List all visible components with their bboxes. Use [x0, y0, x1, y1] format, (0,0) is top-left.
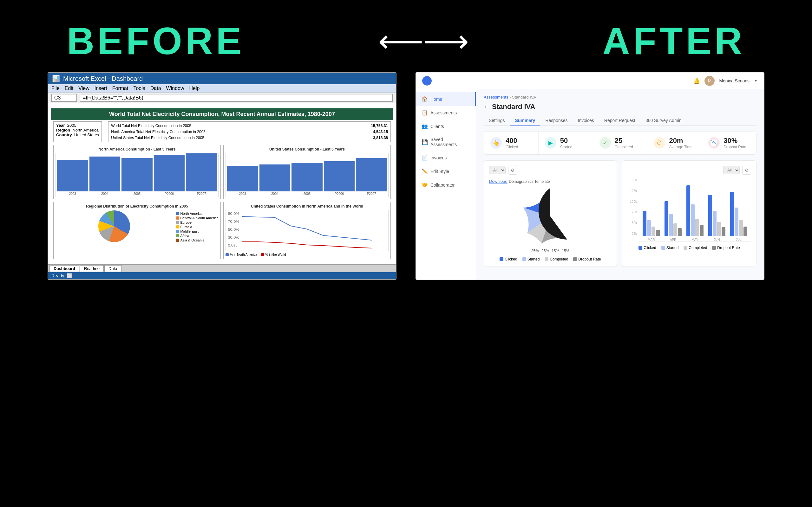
excel-tabs: Dashboard Readme Data	[48, 264, 396, 272]
demographics-label: Demographics Template	[509, 179, 550, 184]
tab-360-survey-admin[interactable]: 360 Survey Admin	[641, 115, 687, 126]
info-left: Year 2005 Region North America Country U…	[53, 121, 102, 142]
svg-text:50.0%: 50.0%	[228, 228, 239, 231]
stat-dropout-label: Dropout Rate	[723, 145, 746, 149]
sidebar-item-assessments[interactable]: 📋 Assessments	[416, 106, 476, 119]
bar-legend-clicked: Clicked	[644, 245, 656, 250]
notification-bell-icon[interactable]: 🔔	[693, 77, 700, 84]
download-link[interactable]: Download	[489, 179, 507, 184]
pie-svg	[522, 188, 579, 245]
tab-invoices[interactable]: Invoices	[572, 115, 599, 126]
bar-x-label-jul: JUL	[736, 238, 742, 241]
menu-help[interactable]: Help	[189, 86, 200, 91]
completed-icon: ✓	[600, 137, 611, 149]
stats-row: 👆 400 Clicked ▶ 50 Started	[484, 131, 757, 155]
tab-dashboard[interactable]: Dashboard	[49, 265, 79, 272]
formula-content[interactable]: =IF(Data!B6="","",Data!B6)	[80, 94, 393, 102]
chart-north-america: North America Consumption - Last 5 Years…	[53, 145, 221, 199]
back-arrow-icon[interactable]: ←	[484, 104, 490, 110]
cell-reference[interactable]: C3	[51, 94, 77, 102]
arrow-container: ⟵⟶	[378, 22, 469, 60]
chart1-title: North America Consumption - Last 5 Years	[55, 147, 218, 152]
sidebar-item-saved-assessments[interactable]: 💾 Saved Assessments	[416, 133, 476, 151]
menu-tools[interactable]: Tools	[133, 86, 145, 91]
stat-dropout: 📉 30% Dropout Rate	[702, 131, 756, 154]
status-ready: Ready	[51, 273, 64, 278]
tab-report-request[interactable]: Report Request	[599, 115, 641, 126]
app-topbar: 🔔 M Monica Simons ▼	[416, 72, 764, 89]
report-title: World Total Net Electricity Consumption,…	[51, 108, 393, 120]
app-topbar-right: 🔔 M Monica Simons ▼	[693, 76, 758, 86]
bar-chart-header: All ⚙	[627, 166, 751, 175]
excel-app-icon: 📊	[52, 75, 60, 82]
menu-format[interactable]: Format	[112, 86, 129, 91]
chart-united-states: United States Consumption - Last 5 Years…	[223, 145, 391, 199]
menu-file[interactable]: File	[51, 86, 60, 91]
bar-filter-select[interactable]: All	[723, 166, 740, 174]
home-icon: 🏠	[421, 96, 427, 102]
stat-avg-time-label: Average Time	[669, 145, 693, 149]
tab-data[interactable]: Data	[104, 265, 121, 272]
menu-data[interactable]: Data	[150, 86, 161, 91]
sidebar-item-home[interactable]: 🏠 Home	[416, 92, 476, 106]
sidebar-item-invoices[interactable]: 📄 Invoices	[416, 151, 476, 164]
bar-mar-completed	[652, 227, 655, 236]
bidirectional-arrow-icon: ⟵⟶	[378, 22, 469, 60]
bar-x-label-may: MAY	[692, 238, 699, 241]
bar-may-completed	[695, 219, 699, 236]
stat-clicked-value: 400	[506, 136, 518, 145]
pie-label-35: 35%	[531, 249, 539, 253]
breadcrumb-parent[interactable]: Assessments	[484, 95, 508, 100]
breadcrumb: Assessments › Standard IVA	[484, 95, 757, 100]
sidebar-item-clients[interactable]: 👥 Clients	[416, 119, 476, 133]
stat-completed-label: Completed	[615, 145, 633, 149]
legend-clicked: Clicked	[505, 257, 517, 262]
before-panel: 📊 Microsoft Excel - Dashboard File Edit …	[48, 72, 397, 280]
legend-dropout: Dropout Rate	[578, 257, 601, 262]
sidebar-item-edit-style[interactable]: ✏️ Edit Style	[416, 164, 476, 178]
sidebar-label-edit-style: Edit Style	[430, 169, 449, 174]
bar-legend: Clicked Started Completed	[627, 245, 751, 250]
bar-apr-dropout	[678, 228, 681, 236]
svg-text:70.0%: 70.0%	[228, 220, 239, 223]
bar-may-dropout	[700, 225, 704, 236]
menu-window[interactable]: Window	[166, 86, 184, 91]
sidebar-label-home: Home	[430, 97, 442, 102]
sidebar-item-collaborator[interactable]: 🤝 Collaborator	[416, 178, 476, 192]
stat-started-value: 50	[560, 136, 572, 145]
svg-text:30.0%: 30.0%	[228, 236, 239, 239]
tab-responses[interactable]: Responses	[540, 115, 572, 126]
excel-statusbar: Ready ⬜	[48, 272, 396, 279]
menu-view[interactable]: View	[78, 86, 89, 91]
collaborator-icon: 🤝	[421, 182, 427, 188]
user-name: Monica Simons	[719, 78, 750, 83]
page-title: ← Standard IVA	[484, 103, 757, 111]
bar-jul-clicked	[730, 192, 734, 236]
before-label: BEFORE	[67, 19, 245, 63]
menu-insert[interactable]: Insert	[95, 86, 107, 91]
stat-clicked: 👆 400 Clicked	[484, 131, 539, 154]
pie-label-25: 25%	[542, 249, 549, 253]
excel-content: World Total Net Electricity Consumption,…	[48, 103, 396, 264]
sidebar-label-collaborator: Collaborator	[430, 182, 455, 187]
tab-settings[interactable]: Settings	[484, 115, 510, 126]
user-chevron-icon[interactable]: ▼	[754, 78, 758, 83]
pie-chart-container: All ⚙ Download Demographics Template	[484, 160, 617, 267]
menu-edit[interactable]: Edit	[65, 86, 73, 91]
excel-title: Microsoft Excel - Dashboard	[63, 75, 143, 82]
pie-filter-select[interactable]: All	[489, 166, 506, 174]
stat-avg-time-value: 20m	[669, 136, 693, 145]
pie-settings-icon[interactable]: ⚙	[508, 166, 517, 175]
tab-readme[interactable]: Readme	[80, 265, 104, 272]
content-area: Assessments › Standard IVA ← Standard IV…	[476, 89, 764, 279]
app-logo	[422, 76, 432, 86]
bar-settings-icon[interactable]: ⚙	[742, 166, 751, 175]
avg-time-icon: ⏱	[654, 137, 665, 149]
started-icon: ▶	[545, 137, 556, 149]
dropout-icon: 📉	[708, 137, 720, 149]
tab-summary[interactable]: Summary	[510, 115, 541, 126]
bar-apr-started	[669, 214, 673, 236]
assessments-icon: 📋	[421, 110, 427, 116]
bar-legend-dropout: Dropout Rate	[717, 245, 740, 250]
bar-legend-started: Started	[666, 245, 679, 250]
